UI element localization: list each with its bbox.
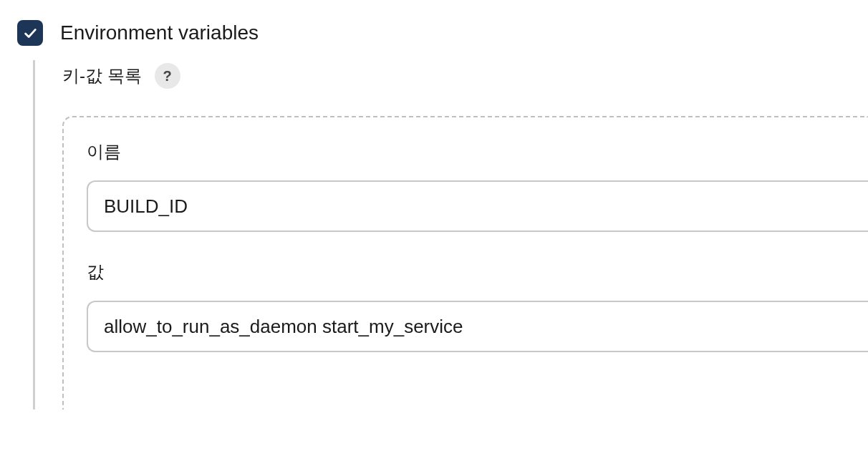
name-input[interactable] xyxy=(87,180,868,232)
env-variables-checkbox[interactable] xyxy=(17,20,43,46)
checkmark-icon xyxy=(22,25,38,41)
section-title: Environment variables xyxy=(60,21,259,44)
section-content: 키-값 목록 ? 이름 값 xyxy=(33,60,868,409)
name-field-group: 이름 xyxy=(87,140,868,232)
name-field-label: 이름 xyxy=(87,140,868,163)
value-input[interactable] xyxy=(87,301,868,352)
value-field-label: 값 xyxy=(87,261,868,283)
subsection-label: 키-값 목록 xyxy=(62,64,142,87)
env-variables-section: Environment variables 키-값 목록 ? 이름 값 xyxy=(0,0,868,409)
section-header: Environment variables xyxy=(17,20,868,46)
key-value-entry: 이름 값 xyxy=(62,116,868,409)
value-field-group: 값 xyxy=(87,261,868,352)
subsection-header: 키-값 목록 ? xyxy=(62,63,868,89)
help-icon[interactable]: ? xyxy=(155,63,180,89)
